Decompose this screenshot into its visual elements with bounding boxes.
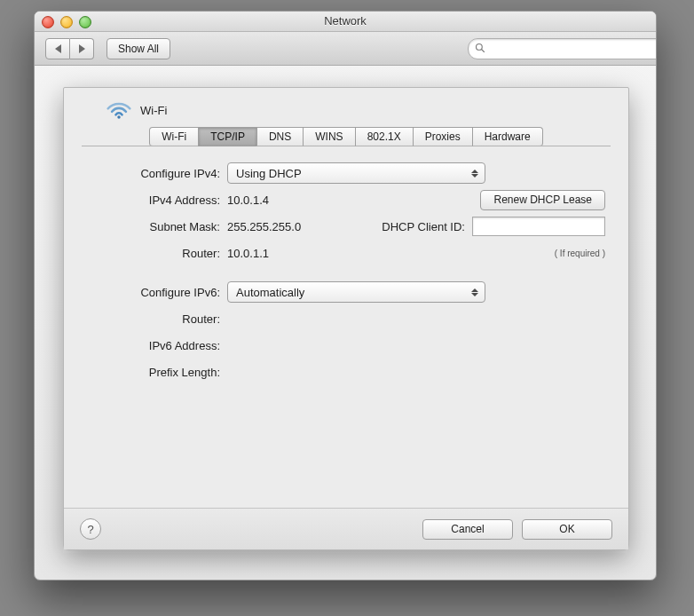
label-subnet-mask: Subnet Mask: xyxy=(87,220,227,233)
titlebar[interactable]: Network xyxy=(35,12,656,32)
configure-ipv4-value: Using DHCP xyxy=(236,167,302,180)
zoom-icon[interactable] xyxy=(79,16,91,28)
search-input[interactable] xyxy=(468,38,657,59)
chevron-left-icon xyxy=(55,44,61,53)
configure-ipv6-value: Automatically xyxy=(236,286,304,299)
svg-line-1 xyxy=(482,49,485,51)
nav-back-forward xyxy=(45,38,94,59)
search-icon xyxy=(475,43,485,53)
label-dhcp-client-id: DHCP Client ID: xyxy=(382,220,465,233)
ok-button[interactable]: OK xyxy=(522,519,612,540)
label-router-ipv4: Router: xyxy=(87,247,227,260)
cancel-button[interactable]: Cancel xyxy=(422,519,513,540)
forward-button[interactable] xyxy=(70,38,94,59)
advanced-sheet: Wi-Fi Wi-Fi TCP/IP DNS WINS 802.1X Proxi… xyxy=(63,87,629,550)
window-title: Network xyxy=(35,12,656,31)
value-router-ipv4: 10.0.1.1 xyxy=(227,247,269,260)
label-configure-ipv6: Configure IPv6: xyxy=(87,286,227,299)
configure-ipv6-select[interactable]: Automatically xyxy=(227,281,485,303)
interface-name: Wi-Fi xyxy=(140,104,167,117)
back-button[interactable] xyxy=(45,38,70,59)
value-ipv4-address: 10.0.1.4 xyxy=(227,193,269,207)
close-icon[interactable] xyxy=(42,16,54,28)
help-button[interactable]: ? xyxy=(80,518,101,540)
chevron-up-down-icon xyxy=(469,284,481,300)
tab-wifi[interactable]: Wi-Fi xyxy=(149,127,199,146)
chevron-right-icon xyxy=(79,44,85,53)
tcpip-form: Configure IPv4: Using DHCP IPv4 Address:… xyxy=(64,146,628,384)
tab-hardware[interactable]: Hardware xyxy=(472,127,543,146)
hint-if-required: ( If required ) xyxy=(555,249,605,258)
chevron-up-down-icon xyxy=(469,165,481,181)
label-configure-ipv4: Configure IPv4: xyxy=(87,167,227,180)
configure-ipv4-select[interactable]: Using DHCP xyxy=(227,162,485,184)
label-router-ipv6: Router: xyxy=(87,312,227,326)
tab-bar: Wi-Fi TCP/IP DNS WINS 802.1X Proxies Har… xyxy=(82,127,611,146)
tab-8021x[interactable]: 802.1X xyxy=(355,127,414,146)
preferences-window: Network Show All xyxy=(34,11,657,580)
sheet-footer: ? Cancel OK xyxy=(64,508,628,549)
label-ipv6-address: IPv6 Address: xyxy=(87,339,227,352)
value-subnet-mask: 255.255.255.0 xyxy=(227,220,301,233)
tab-tcpip[interactable]: TCP/IP xyxy=(198,127,257,146)
wifi-icon xyxy=(106,100,131,120)
toolbar: Show All xyxy=(35,32,656,66)
show-all-button[interactable]: Show All xyxy=(106,38,170,59)
svg-point-2 xyxy=(117,115,121,119)
label-prefix-length: Prefix Length: xyxy=(87,366,227,379)
tab-proxies[interactable]: Proxies xyxy=(413,127,473,146)
label-ipv4-address: IPv4 Address: xyxy=(87,193,227,207)
tab-wins[interactable]: WINS xyxy=(303,127,355,146)
dhcp-client-id-field[interactable] xyxy=(472,217,605,236)
minimize-icon[interactable] xyxy=(60,16,73,28)
tab-dns[interactable]: DNS xyxy=(256,127,304,146)
renew-dhcp-lease-button[interactable]: Renew DHCP Lease xyxy=(480,190,605,210)
